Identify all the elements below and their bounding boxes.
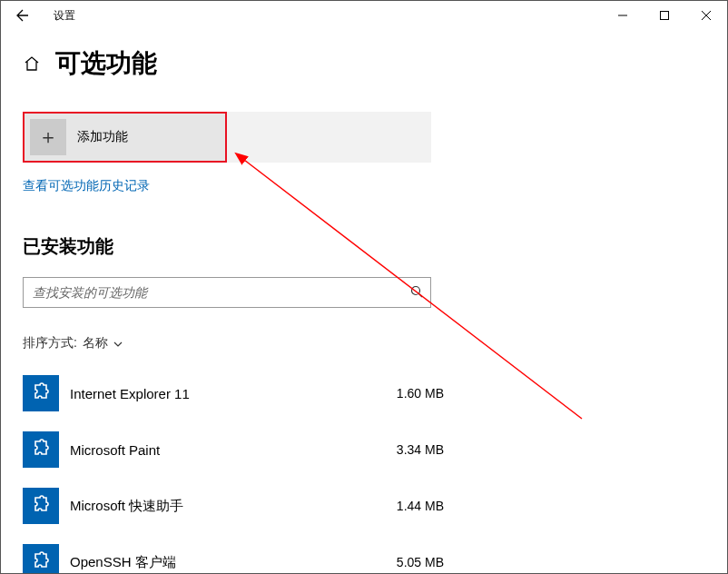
sort-value: 名称 (83, 335, 108, 351)
feature-name: Internet Explorer 11 (70, 386, 368, 401)
add-feature-button[interactable]: ＋ 添加功能 (23, 112, 227, 163)
feature-item[interactable]: Internet Explorer 111.60 MB (23, 368, 449, 419)
chevron-down-icon (113, 339, 123, 349)
search-icon (410, 285, 423, 301)
add-feature-panel (227, 112, 431, 163)
maximize-icon (660, 11, 669, 20)
add-feature-label: 添加功能 (77, 129, 128, 145)
close-icon (702, 11, 711, 20)
svg-line-5 (419, 293, 423, 297)
feature-size: 5.05 MB (368, 555, 449, 569)
minimize-button[interactable] (602, 1, 644, 30)
back-button[interactable] (8, 1, 37, 30)
feature-size: 1.60 MB (368, 386, 449, 401)
feature-name: Microsoft 快速助手 (70, 498, 368, 515)
search-box[interactable] (23, 277, 431, 308)
window-title: 设置 (54, 8, 75, 24)
page-header: 可选功能 (23, 46, 705, 81)
feature-item[interactable]: Microsoft Paint3.34 MB (23, 424, 449, 475)
feature-item[interactable]: OpenSSH 客户端5.05 MB (23, 537, 449, 574)
main-content: 可选功能 ＋ 添加功能 查看可选功能历史记录 已安装功能 排序方式: 名称 In… (1, 30, 727, 574)
feature-size: 3.34 MB (368, 442, 449, 457)
page-title: 可选功能 (55, 46, 157, 81)
minimize-icon (618, 11, 627, 20)
window-controls (602, 1, 727, 30)
puzzle-icon (23, 544, 59, 574)
puzzle-icon (23, 431, 59, 468)
sort-label: 排序方式: (23, 335, 77, 351)
sort-row: 排序方式: 名称 (23, 335, 705, 351)
installed-heading: 已安装功能 (23, 234, 705, 259)
arrow-left-icon (15, 8, 30, 23)
svg-point-4 (412, 286, 420, 294)
home-button[interactable] (23, 54, 41, 73)
feature-name: OpenSSH 客户端 (70, 554, 368, 571)
maximize-button[interactable] (644, 1, 685, 30)
search-input[interactable] (33, 285, 410, 300)
svg-rect-1 (661, 12, 669, 20)
feature-name: Microsoft Paint (70, 442, 368, 458)
feature-size: 1.44 MB (368, 499, 449, 513)
sort-dropdown[interactable]: 名称 (83, 335, 123, 351)
feature-list: Internet Explorer 111.60 MBMicrosoft Pai… (23, 368, 705, 574)
feature-item[interactable]: Microsoft 快速助手1.44 MB (23, 480, 449, 531)
plus-icon: ＋ (30, 119, 66, 155)
puzzle-icon (23, 488, 59, 524)
home-icon (24, 55, 40, 72)
history-link[interactable]: 查看可选功能历史记录 (23, 178, 150, 194)
add-feature-row: ＋ 添加功能 (23, 112, 705, 163)
puzzle-icon (23, 375, 59, 411)
close-button[interactable] (685, 1, 727, 30)
